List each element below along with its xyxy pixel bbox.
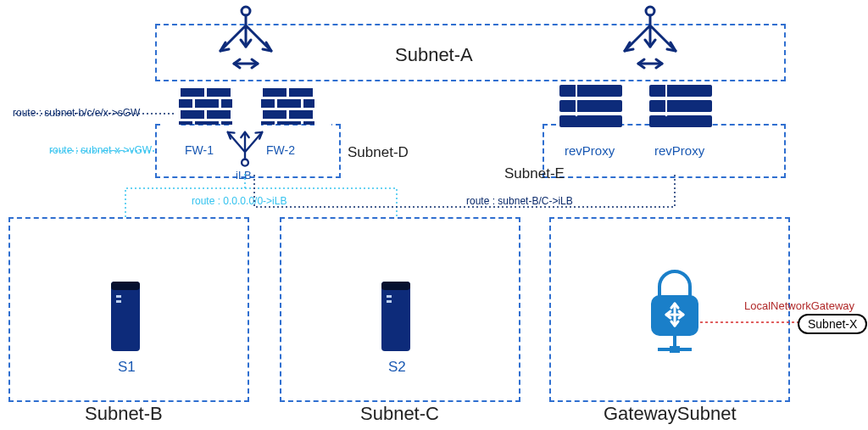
firewall-2-icon <box>246 87 331 129</box>
svg-rect-13 <box>164 87 179 129</box>
svg-rect-31 <box>649 100 712 112</box>
svg-rect-28 <box>559 100 622 112</box>
svg-rect-16 <box>289 88 313 97</box>
svg-rect-15 <box>263 88 287 97</box>
svg-rect-40 <box>387 300 392 303</box>
svg-rect-6 <box>195 99 219 108</box>
svg-rect-25 <box>246 87 261 129</box>
svg-rect-38 <box>381 282 410 290</box>
revproxy-1-icon <box>559 85 622 127</box>
svg-rect-33 <box>111 282 140 351</box>
svg-point-2 <box>242 159 248 166</box>
load-balancer-top-right-icon <box>625 7 676 68</box>
svg-rect-8 <box>181 110 204 119</box>
svg-rect-30 <box>649 85 712 97</box>
svg-rect-35 <box>116 295 121 298</box>
diagram-svg <box>0 0 868 430</box>
svg-rect-34 <box>111 282 140 290</box>
svg-rect-32 <box>649 115 712 127</box>
svg-rect-39 <box>387 295 392 298</box>
load-balancer-top-left-icon <box>220 7 271 68</box>
revproxy-2-icon <box>649 85 712 127</box>
svg-rect-3 <box>181 88 204 97</box>
firewall-1-icon <box>164 87 249 129</box>
svg-rect-18 <box>277 99 301 108</box>
svg-rect-29 <box>559 115 622 127</box>
svg-rect-23 <box>277 121 301 125</box>
vpn-gateway-icon <box>651 271 698 353</box>
svg-rect-27 <box>559 85 622 97</box>
server-s1-icon <box>111 282 140 351</box>
svg-rect-11 <box>195 121 219 125</box>
ilb-icon <box>228 132 263 166</box>
server-s2-icon <box>381 282 410 351</box>
svg-rect-36 <box>116 300 121 303</box>
svg-rect-37 <box>381 282 410 351</box>
svg-rect-26 <box>314 87 331 129</box>
svg-rect-42 <box>670 346 680 353</box>
svg-rect-21 <box>289 110 313 119</box>
svg-rect-9 <box>207 110 231 119</box>
svg-rect-20 <box>263 110 287 119</box>
svg-rect-4 <box>207 88 231 97</box>
